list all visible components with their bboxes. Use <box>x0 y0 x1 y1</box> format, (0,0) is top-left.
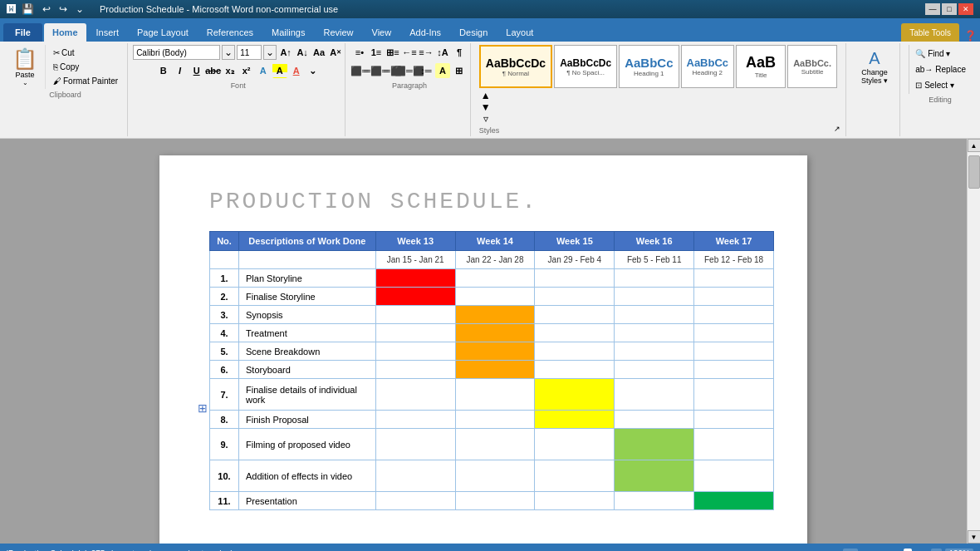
paste-button[interactable]: 📋 Paste ⌄ <box>8 45 42 89</box>
table-row: 6. Storyboard <box>210 361 774 379</box>
decrease-indent-button[interactable]: ←≡ <box>402 45 417 60</box>
style-heading1-button[interactable]: AaBbCc Heading 1 <box>619 45 679 88</box>
cut-button[interactable]: ✂ Cut <box>49 47 122 59</box>
select-button[interactable]: ⊡ Select ▾ <box>911 78 970 92</box>
align-center-button[interactable]: ═⬛═ <box>369 63 384 78</box>
row10-no: 10. <box>210 460 239 492</box>
row5-w17 <box>694 342 774 361</box>
clear-formatting-button[interactable]: A✕ <box>328 45 343 60</box>
style-subtitle-button[interactable]: AaBbCc. Subtitle <box>787 45 837 88</box>
row3-w13 <box>375 306 455 324</box>
row1-w15 <box>535 269 615 288</box>
tab-design[interactable]: Design <box>451 23 496 42</box>
tab-page-layout[interactable]: Page Layout <box>129 23 197 42</box>
style-normal-button[interactable]: AaBbCcDc ¶ Normal <box>479 45 552 88</box>
header-week13: Week 13 <box>375 232 455 251</box>
italic-button[interactable]: I <box>173 63 188 78</box>
sort-button[interactable]: ↕A <box>435 45 450 60</box>
styles-more[interactable]: ▿ <box>483 113 488 125</box>
quick-undo[interactable]: ↩ <box>40 2 53 16</box>
paste-dropdown[interactable]: ⌄ <box>22 79 28 86</box>
font-size-input[interactable] <box>237 45 262 60</box>
superscript-button[interactable]: x² <box>239 63 254 78</box>
find-button[interactable]: 🔍 Find ▾ <box>911 47 970 61</box>
table-row: 3. Synopsis <box>210 306 774 324</box>
underline-button[interactable]: U <box>189 63 204 78</box>
tab-file[interactable]: File <box>3 23 42 42</box>
row9-w17 <box>694 429 774 460</box>
scroll-thumb[interactable] <box>968 155 980 189</box>
style-title-button[interactable]: AaB Title <box>736 45 786 88</box>
qat-dropdown[interactable]: ⌄ <box>73 2 86 16</box>
table-row: 11. Presentation <box>210 492 774 510</box>
numbering-button[interactable]: 1≡ <box>369 45 384 60</box>
zoom-out-button[interactable]: — <box>843 549 858 552</box>
font-size-dropdown[interactable]: ⌄ <box>263 45 277 60</box>
increase-indent-button[interactable]: ≡→ <box>419 45 434 60</box>
increase-font-button[interactable]: A↑ <box>278 45 293 60</box>
zoom-level[interactable]: 130% <box>945 549 973 552</box>
font-name-input[interactable] <box>133 45 220 60</box>
change-case-button[interactable]: Aa <box>311 45 326 60</box>
multilevel-list-button[interactable]: ⊞≡ <box>385 45 400 60</box>
minimize-button[interactable]: — <box>925 3 940 15</box>
title-preview: AaB <box>746 54 776 71</box>
tab-addins[interactable]: Add-Ins <box>401 23 449 42</box>
styles-scroll-down[interactable]: ▼ <box>481 101 491 113</box>
help-icon[interactable]: ❓ <box>964 30 977 42</box>
format-painter-button[interactable]: 🖌 Format Painter <box>49 75 122 87</box>
styles-expand[interactable]: ↗ <box>834 125 840 135</box>
text-highlight-button[interactable]: A <box>272 63 287 78</box>
style-no-spacing-button[interactable]: AaBbCcDc ¶ No Spaci... <box>554 45 617 88</box>
tab-view[interactable]: View <box>364 23 400 42</box>
font-name-dropdown[interactable]: ⌄ <box>222 45 235 60</box>
show-formatting-button[interactable]: ¶ <box>452 45 467 60</box>
status-bar: 'Production Schedule': 375 characters (a… <box>0 544 980 551</box>
styles-scroll-up[interactable]: ▲ <box>481 90 491 101</box>
shading-button[interactable]: A <box>435 63 450 78</box>
strikethrough-button[interactable]: abc <box>206 63 221 78</box>
close-button[interactable]: ✕ <box>958 3 973 15</box>
bullets-button[interactable]: ≡• <box>352 45 367 60</box>
quick-save[interactable]: 💾 <box>19 2 37 16</box>
change-styles-button[interactable]: A ChangeStyles ▾ <box>854 45 895 89</box>
row7-w15 <box>535 379 615 411</box>
tab-home[interactable]: Home <box>44 23 86 42</box>
styles-scroll[interactable]: ▲ ▼ ▿ <box>479 90 492 125</box>
row7-no: 7. <box>210 379 239 411</box>
tab-insert[interactable]: Insert <box>88 23 128 42</box>
maximize-button[interactable]: □ <box>942 3 957 15</box>
line-spacing-button[interactable]: ↕═ <box>419 63 434 78</box>
decrease-font-button[interactable]: A↓ <box>295 45 310 60</box>
tab-table-tools[interactable]: Table Tools <box>901 23 959 42</box>
find-label: Find ▾ <box>928 49 950 58</box>
table-add-icon[interactable]: ⊞ <box>198 401 208 415</box>
title-bar-left: 🆆 💾 ↩ ↪ ⌄ Production Schedule - Microsof… <box>7 2 338 16</box>
change-styles-icon: A <box>869 49 880 68</box>
row10-w14 <box>455 460 535 492</box>
bold-button[interactable]: B <box>156 63 171 78</box>
tab-review[interactable]: Review <box>315 23 361 42</box>
zoom-in-button[interactable]: + <box>931 549 943 552</box>
font-color-button[interactable]: A <box>289 63 304 78</box>
font-color-dropdown[interactable]: ⌄ <box>306 63 321 78</box>
date-cell-empty2 <box>238 251 375 269</box>
text-effects-button[interactable]: A <box>256 63 271 78</box>
row8-w16 <box>615 411 694 429</box>
scroll-down-button[interactable]: ▼ <box>968 530 981 544</box>
row6-w16 <box>615 361 694 379</box>
tab-references[interactable]: References <box>198 23 262 42</box>
row5-w16 <box>615 342 694 361</box>
copy-button[interactable]: ⎘ Copy <box>49 61 122 73</box>
justify-button[interactable]: ⬛═⬛ <box>402 63 417 78</box>
find-icon: 🔍 <box>915 49 925 58</box>
borders-button[interactable]: ⊞ <box>452 63 467 78</box>
quick-redo[interactable]: ↪ <box>56 2 70 16</box>
replace-button[interactable]: ab→ Replace <box>911 62 970 76</box>
style-heading2-button[interactable]: AaBbCc Heading 2 <box>681 45 735 88</box>
tab-layout[interactable]: Layout <box>497 23 541 42</box>
row2-w13 <box>375 288 455 306</box>
tab-mailings[interactable]: Mailings <box>263 23 313 42</box>
subscript-button[interactable]: x₂ <box>223 63 238 78</box>
scroll-up-button[interactable]: ▲ <box>968 139 981 152</box>
